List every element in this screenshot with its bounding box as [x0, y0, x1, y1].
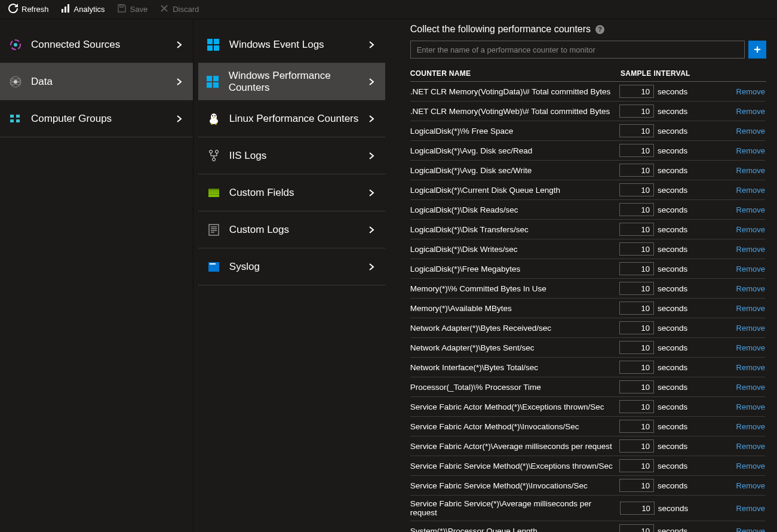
counter-action-cell: Remove	[732, 441, 765, 451]
remove-link[interactable]: Remove	[736, 284, 765, 293]
interval-input[interactable]	[619, 242, 654, 256]
linux-icon	[207, 112, 221, 126]
interval-input[interactable]	[619, 439, 654, 453]
discard-icon	[159, 4, 169, 15]
counter-action-cell: Remove	[732, 284, 765, 293]
counter-row: LogicalDisk(*)\Disk Reads/secsecondsRemo…	[410, 200, 765, 220]
subnav-item-syslog[interactable]: Syslog	[198, 248, 385, 285]
interval-unit: seconds	[658, 284, 687, 293]
svg-rect-12	[16, 115, 20, 118]
interval-input[interactable]	[619, 380, 654, 393]
counter-name: LogicalDisk(*)\Avg. Disk sec/Read	[410, 143, 619, 159]
nav-label: Connected Sources	[31, 39, 175, 51]
remove-link[interactable]: Remove	[736, 363, 765, 372]
svg-rect-21	[213, 82, 219, 88]
counter-interval-cell: seconds	[619, 282, 732, 295]
remove-link[interactable]: Remove	[736, 383, 765, 392]
discard-label: Discard	[173, 5, 199, 14]
interval-input[interactable]	[619, 203, 654, 216]
remove-link[interactable]: Remove	[736, 343, 765, 352]
counter-name: Network Adapter(*)\Bytes Received/sec	[410, 320, 619, 336]
chevron-right-icon	[367, 41, 376, 49]
remove-link[interactable]: Remove	[736, 245, 765, 254]
subnav-item-linux-performance-counters[interactable]: Linux Performance Counters	[198, 100, 385, 137]
counter-interval-cell: seconds	[619, 164, 732, 177]
nav-item-computer-groups[interactable]: Computer Groups	[0, 100, 193, 137]
counter-action-cell: Remove	[732, 185, 765, 195]
subnav-item-windows-performance-counters[interactable]: Windows Performance Counters	[198, 63, 385, 100]
remove-link[interactable]: Remove	[736, 442, 765, 451]
svg-point-26	[209, 150, 212, 153]
interval-input[interactable]	[619, 85, 654, 98]
interval-input[interactable]	[619, 420, 654, 433]
remove-link[interactable]: Remove	[736, 205, 765, 214]
interval-unit: seconds	[658, 107, 687, 116]
refresh-button[interactable]: Refresh	[8, 4, 49, 15]
remove-link[interactable]: Remove	[736, 127, 765, 136]
interval-input[interactable]	[619, 262, 654, 275]
counter-action-cell: Remove	[732, 303, 765, 313]
remove-link[interactable]: Remove	[736, 87, 765, 96]
remove-link[interactable]: Remove	[736, 146, 765, 155]
counter-interval-cell: seconds	[620, 502, 732, 515]
interval-unit: seconds	[658, 422, 687, 431]
interval-unit: seconds	[658, 146, 687, 155]
remove-link[interactable]: Remove	[736, 107, 765, 116]
top-toolbar: Refresh Analytics Save Discard	[0, 0, 777, 19]
nav-item-data[interactable]: Data	[0, 63, 193, 100]
interval-input[interactable]	[619, 183, 654, 196]
interval-input[interactable]	[619, 341, 654, 354]
interval-input[interactable]	[619, 144, 654, 157]
remove-link[interactable]: Remove	[736, 265, 765, 273]
counter-name: LogicalDisk(*)\Disk Writes/sec	[410, 241, 619, 257]
subnav-item-iis-logs[interactable]: IIS Logs	[198, 137, 385, 174]
remove-link[interactable]: Remove	[736, 504, 765, 513]
counter-interval-cell: seconds	[619, 144, 732, 157]
counter-interval-cell: seconds	[619, 439, 732, 453]
interval-input[interactable]	[619, 459, 654, 472]
remove-link[interactable]: Remove	[736, 527, 765, 532]
subnav-item-custom-fields[interactable]: Custom Fields	[198, 174, 385, 211]
remove-link[interactable]: Remove	[736, 186, 765, 195]
counter-action-cell: Remove	[732, 264, 765, 273]
interval-input[interactable]	[619, 321, 654, 334]
subnav-label: Windows Performance Counters	[229, 70, 367, 94]
remove-link[interactable]: Remove	[736, 304, 765, 313]
interval-input[interactable]	[619, 223, 654, 236]
interval-input[interactable]	[620, 502, 655, 515]
add-counter-button[interactable]: +	[748, 41, 766, 59]
analytics-button[interactable]: Analytics	[61, 4, 105, 15]
remove-link[interactable]: Remove	[736, 324, 765, 333]
nav-item-connected-sources[interactable]: Connected Sources	[0, 26, 193, 63]
counter-name: Service Fabric Service(*)\Average millis…	[410, 496, 620, 521]
interval-input[interactable]	[619, 164, 654, 177]
remove-link[interactable]: Remove	[736, 422, 765, 431]
interval-input[interactable]	[619, 479, 654, 492]
remove-link[interactable]: Remove	[736, 481, 765, 490]
interval-input[interactable]	[619, 361, 654, 374]
subnav-item-custom-logs[interactable]: Custom Logs	[198, 211, 385, 248]
svg-rect-11	[10, 119, 14, 122]
interval-input[interactable]	[619, 524, 654, 532]
counter-name-input[interactable]	[410, 41, 745, 59]
remove-link[interactable]: Remove	[736, 225, 765, 234]
discard-button[interactable]: Discard	[159, 4, 199, 15]
subnav-item-windows-event-logs[interactable]: Windows Event Logs	[198, 26, 385, 63]
interval-input[interactable]	[619, 302, 654, 315]
interval-input[interactable]	[619, 124, 654, 137]
counter-row: LogicalDisk(*)\Current Disk Queue Length…	[410, 180, 765, 200]
counter-table-body[interactable]: .NET CLR Memory(VotingData)\# Total comm…	[410, 82, 766, 532]
fields-icon	[207, 186, 221, 200]
counter-interval-cell: seconds	[619, 420, 732, 433]
remove-link[interactable]: Remove	[736, 166, 765, 175]
interval-input[interactable]	[619, 400, 654, 413]
remove-link[interactable]: Remove	[736, 402, 765, 411]
remove-link[interactable]: Remove	[736, 462, 765, 471]
counter-name: LogicalDisk(*)\% Free Space	[410, 123, 619, 139]
info-icon[interactable]: ?	[595, 25, 604, 34]
save-button[interactable]: Save	[117, 4, 148, 15]
interval-input[interactable]	[619, 104, 654, 118]
windows-icon	[207, 75, 220, 89]
interval-input[interactable]	[619, 282, 654, 295]
chevron-right-icon	[175, 115, 183, 123]
